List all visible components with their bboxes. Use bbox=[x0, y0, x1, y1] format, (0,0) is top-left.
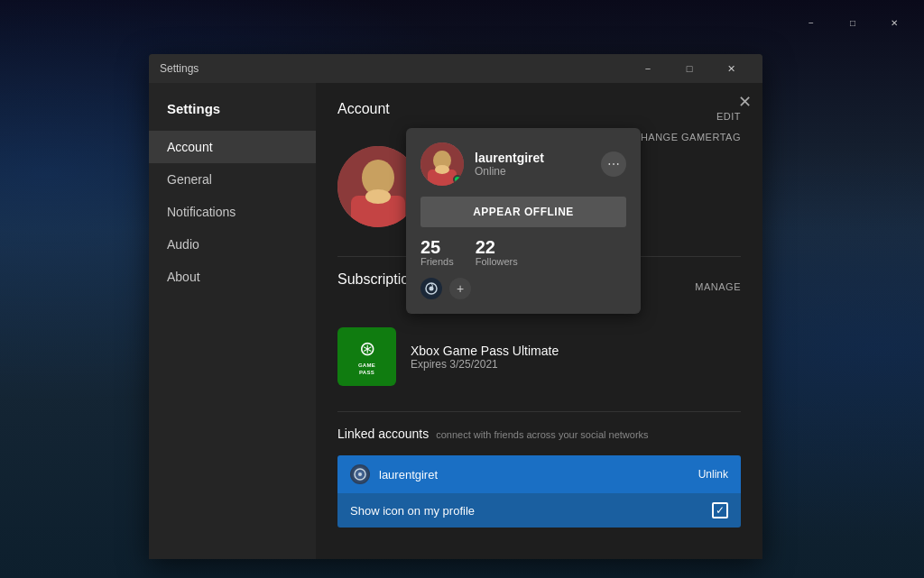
sidebar-general-label: General bbox=[167, 172, 212, 187]
profile-status: Online bbox=[475, 165, 590, 178]
linked-account-name: laurentgiret bbox=[379, 468, 438, 482]
friends-stat: 25 Friends bbox=[420, 238, 454, 267]
linked-account-left: laurentgiret bbox=[350, 464, 438, 484]
linked-accounts-title: Linked accounts bbox=[337, 427, 429, 441]
svg-point-11 bbox=[358, 472, 362, 476]
sidebar-title: Settings bbox=[149, 94, 316, 131]
plus-icon: + bbox=[457, 282, 464, 295]
manage-link[interactable]: MANAGE bbox=[695, 281, 741, 292]
appear-offline-button[interactable]: APPEAR OFFLINE bbox=[420, 197, 626, 227]
window-body: Settings Account General Notifications A… bbox=[149, 83, 762, 559]
xbox-logo: ⊛ bbox=[359, 337, 375, 361]
separator-2 bbox=[337, 411, 741, 412]
sidebar-item-notifications[interactable]: Notifications bbox=[149, 196, 316, 228]
friends-count: 25 bbox=[420, 238, 454, 256]
titlebar-minimize[interactable]: − bbox=[627, 54, 669, 83]
svg-point-3 bbox=[365, 189, 391, 204]
sidebar-account-label: Account bbox=[167, 140, 213, 154]
profile-card-header: laurentgiret Online ⋯ bbox=[420, 142, 626, 186]
online-indicator bbox=[453, 175, 462, 184]
main-panel: ✕ Account EDIT bbox=[316, 83, 762, 559]
profile-avatar bbox=[420, 142, 464, 186]
subscription-item: ⊛ GAMEPASS Xbox Game Pass Ultimate Expir… bbox=[337, 317, 741, 397]
close-window-button[interactable]: ✕ bbox=[873, 9, 915, 36]
window-title: Settings bbox=[160, 62, 199, 75]
followers-stat: 22 Followers bbox=[476, 238, 518, 267]
gamepass-text: GAMEPASS bbox=[358, 362, 375, 375]
profile-info: laurentgiret Online bbox=[475, 151, 590, 178]
linked-account-steam-row[interactable]: laurentgiret Unlink bbox=[337, 455, 741, 493]
sidebar-item-audio[interactable]: Audio bbox=[149, 228, 316, 261]
svg-point-7 bbox=[435, 165, 449, 174]
profile-username: laurentgiret bbox=[475, 151, 590, 165]
sidebar-item-account[interactable]: Account bbox=[149, 131, 316, 163]
titlebar-close[interactable]: ✕ bbox=[710, 54, 752, 83]
linked-accounts-header-row: Linked accounts connect with friends acr… bbox=[337, 427, 741, 445]
followers-count: 22 bbox=[476, 238, 518, 256]
linked-accounts-section: Linked accounts connect with friends acr… bbox=[337, 427, 741, 528]
show-icon-row[interactable]: Show icon on my profile ✓ bbox=[337, 493, 741, 528]
sidebar-item-general[interactable]: General bbox=[149, 163, 316, 196]
followers-label: Followers bbox=[476, 256, 518, 267]
stats-row: 25 Friends 22 Followers bbox=[420, 238, 626, 267]
subscription-info: Xbox Game Pass Ultimate Expires 3/25/202… bbox=[411, 344, 741, 371]
account-top-area: laurentgiret Online ⋯ APPEAR OFFLINE 25 … bbox=[337, 146, 741, 234]
xbox-gamepass-icon: ⊛ GAMEPASS bbox=[337, 327, 396, 386]
add-social-icon[interactable]: + bbox=[449, 278, 471, 299]
title-bar-controls: − □ ✕ bbox=[627, 54, 752, 83]
show-icon-checkbox[interactable]: ✓ bbox=[712, 502, 728, 518]
steam-icon[interactable] bbox=[420, 278, 442, 299]
subscription-name: Xbox Game Pass Ultimate bbox=[411, 344, 741, 358]
window-controls: − □ ✕ bbox=[790, 9, 915, 36]
unlink-button[interactable]: Unlink bbox=[698, 468, 728, 481]
sidebar-audio-label: Audio bbox=[167, 237, 199, 252]
sidebar-notifications-label: Notifications bbox=[167, 205, 236, 219]
account-section-header: Account EDIT bbox=[337, 101, 741, 132]
change-gamertag-link[interactable]: CHANGE GAMERTAG bbox=[633, 132, 741, 142]
sidebar-about-label: About bbox=[167, 270, 200, 284]
settings-window: Settings − □ ✕ Settings Account General … bbox=[149, 54, 762, 559]
subscription-expiry: Expires 3/25/2021 bbox=[411, 358, 741, 371]
maximize-button[interactable]: □ bbox=[832, 9, 873, 36]
profile-card: laurentgiret Online ⋯ APPEAR OFFLINE 25 … bbox=[406, 128, 641, 314]
steam-account-icon bbox=[350, 464, 370, 484]
title-bar: Settings − □ ✕ bbox=[149, 54, 762, 83]
edit-link[interactable]: EDIT bbox=[716, 111, 741, 122]
show-icon-label: Show icon on my profile bbox=[350, 504, 475, 518]
sidebar: Settings Account General Notifications A… bbox=[149, 83, 316, 559]
account-section-title: Account bbox=[337, 101, 390, 117]
friends-label: Friends bbox=[420, 256, 454, 267]
dots-icon: ⋯ bbox=[607, 157, 620, 171]
minimize-button[interactable]: − bbox=[790, 9, 832, 36]
linked-accounts-subtitle: connect with friends across your social … bbox=[436, 429, 648, 440]
sidebar-item-about[interactable]: About bbox=[149, 261, 316, 293]
social-icons: + bbox=[420, 278, 626, 299]
titlebar-maximize[interactable]: □ bbox=[669, 54, 710, 83]
profile-menu-button[interactable]: ⋯ bbox=[601, 151, 626, 177]
checkmark-icon: ✓ bbox=[716, 504, 725, 517]
panel-close-button[interactable]: ✕ bbox=[738, 94, 752, 110]
